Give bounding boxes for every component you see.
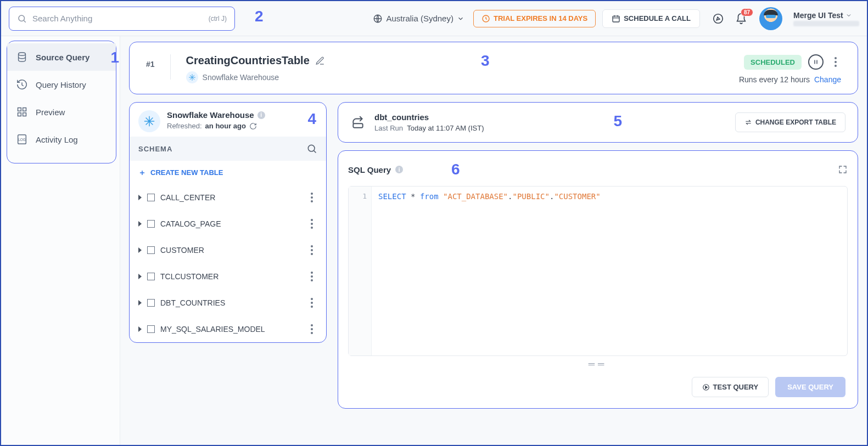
explore-icon-button[interactable] xyxy=(711,12,725,26)
plus-icon xyxy=(138,169,146,177)
task-number: #1 xyxy=(146,60,155,69)
table-row[interactable]: CUSTOMER xyxy=(130,237,326,263)
more-menu[interactable] xyxy=(830,55,841,69)
database-icon xyxy=(16,51,28,63)
table-icon xyxy=(147,299,155,307)
clock-icon xyxy=(481,14,490,23)
table-name: CUSTOMER xyxy=(160,246,204,255)
svg-text:LOG: LOG xyxy=(18,138,26,142)
svg-rect-7 xyxy=(23,108,26,111)
region-selector[interactable]: Australia (Sydney) xyxy=(371,10,467,27)
info-icon[interactable]: i xyxy=(395,166,403,173)
table-row[interactable]: CALL_CENTER xyxy=(130,184,326,211)
sidebar-item-preview[interactable]: Preview xyxy=(7,98,116,126)
row-more-menu[interactable] xyxy=(306,296,317,309)
sidebar-item-label: Source Query xyxy=(36,53,89,62)
callout-2: 2 xyxy=(255,8,264,25)
status-badge: SCHEDULED xyxy=(744,55,802,70)
svg-point-12 xyxy=(308,145,315,151)
page-title: CreatingCountriesTable xyxy=(186,54,310,67)
search-input[interactable] xyxy=(32,14,203,23)
create-table-label: CREATE NEW TABLE xyxy=(150,168,223,177)
sql-panel: SQL Query i 6 1 SELECT * from "ACT_DATAB… xyxy=(338,150,858,409)
globe-icon xyxy=(373,14,383,24)
caret-icon xyxy=(138,326,142,332)
table-row[interactable]: TCLCUSTOMER xyxy=(130,263,326,290)
callout-4: 4 xyxy=(307,110,316,128)
search-icon xyxy=(17,14,27,24)
top-icons: 87 xyxy=(711,12,748,26)
user-name-label: Merge UI Test xyxy=(793,11,859,20)
callout-3: 3 xyxy=(481,52,490,70)
schema-section-header: SCHEMA xyxy=(130,137,326,161)
chevron-down-icon xyxy=(845,12,852,19)
search-container[interactable]: (ctrl J) xyxy=(9,7,235,31)
search-shortcut-hint: (ctrl J) xyxy=(209,15,227,22)
callout-6: 6 xyxy=(451,161,460,178)
row-more-menu[interactable] xyxy=(306,217,317,230)
user-menu[interactable]: Merge UI Test xyxy=(793,11,859,26)
trial-text: TRIAL EXPIRES IN 14 DAYS xyxy=(494,14,587,22)
schedule-call-button[interactable]: SCHEDULE A CALL xyxy=(602,9,700,28)
log-icon: LOG xyxy=(16,133,28,145)
sidebar-item-activity-log[interactable]: LOG Activity Log xyxy=(7,126,116,153)
sidebar-item-source-query[interactable]: Source Query 1 xyxy=(7,43,116,71)
last-run-label: Last Run xyxy=(374,124,403,132)
snowflake-chip xyxy=(138,110,160,132)
refresh-icon[interactable] xyxy=(249,122,257,130)
grid-icon xyxy=(16,106,28,118)
change-export-button[interactable]: CHANGE EXPORT TABLE xyxy=(735,112,845,132)
divider xyxy=(170,54,171,80)
resize-handle[interactable]: ══ xyxy=(348,359,848,369)
snowflake-icon xyxy=(143,115,155,127)
sidebar-item-query-history[interactable]: Query History xyxy=(7,71,116,98)
caret-icon xyxy=(138,300,142,306)
test-query-button[interactable]: TEST QUERY xyxy=(692,377,769,397)
table-icon xyxy=(147,273,155,280)
table-list: CALL_CENTERCATALOG_PAGECUSTOMERTCLCUSTOM… xyxy=(130,184,326,342)
topbar: (ctrl J) 2 Australia (Sydney) TRIAL EXPI… xyxy=(1,1,867,36)
table-row[interactable]: MY_SQL_SALARIES_MODEL xyxy=(130,316,326,342)
caret-icon xyxy=(138,274,142,279)
pause-button[interactable] xyxy=(808,54,824,70)
svg-rect-13 xyxy=(353,123,362,128)
sql-code[interactable]: SELECT * from "ACT_DATABASE"."PUBLIC"."C… xyxy=(372,187,607,355)
table-row[interactable]: CATALOG_PAGE xyxy=(130,211,326,237)
save-query-button: SAVE QUERY xyxy=(775,377,845,397)
region-label: Australia (Sydney) xyxy=(386,14,453,23)
export-icon xyxy=(350,115,366,130)
export-table-name: dbt_countries xyxy=(374,112,484,122)
row-more-menu[interactable] xyxy=(306,270,317,283)
edit-icon[interactable] xyxy=(315,56,325,66)
content: #1 CreatingCountriesTable Snowflake Ware… xyxy=(120,36,867,445)
sql-editor[interactable]: 1 SELECT * from "ACT_DATABASE"."PUBLIC".… xyxy=(348,186,848,356)
table-row[interactable]: DBT_COUNTRIES xyxy=(130,290,326,316)
row-more-menu[interactable] xyxy=(306,323,317,336)
search-icon[interactable] xyxy=(306,143,317,154)
expand-button[interactable] xyxy=(838,165,848,174)
svg-rect-3 xyxy=(613,16,619,22)
row-more-menu[interactable] xyxy=(306,191,317,204)
svg-rect-8 xyxy=(18,113,21,116)
svg-point-5 xyxy=(19,53,26,56)
schema-title: Snowflake Warehouse xyxy=(167,110,254,120)
snowflake-icon xyxy=(188,74,196,81)
snowflake-chip xyxy=(186,71,198,83)
info-icon[interactable]: i xyxy=(257,111,265,119)
trial-banner[interactable]: TRIAL EXPIRES IN 14 DAYS xyxy=(473,10,596,27)
table-icon xyxy=(147,220,155,228)
avatar[interactable] xyxy=(759,7,782,30)
sidebar-item-label: Activity Log xyxy=(36,135,78,144)
notification-count: 87 xyxy=(741,8,753,16)
callout-5: 5 xyxy=(613,112,622,130)
task-header: #1 CreatingCountriesTable Snowflake Ware… xyxy=(129,42,858,94)
svg-rect-9 xyxy=(23,113,26,116)
notifications-button[interactable]: 87 xyxy=(734,12,748,26)
change-schedule-link[interactable]: Change xyxy=(814,75,841,84)
play-icon xyxy=(702,383,710,391)
table-name: CALL_CENTER xyxy=(160,193,215,202)
sidebar-inner: Source Query 1 Query History Preview LOG xyxy=(7,41,116,163)
create-table-button[interactable]: CREATE NEW TABLE xyxy=(130,161,326,184)
sidebar-item-label: Query History xyxy=(36,80,86,89)
row-more-menu[interactable] xyxy=(306,244,317,257)
